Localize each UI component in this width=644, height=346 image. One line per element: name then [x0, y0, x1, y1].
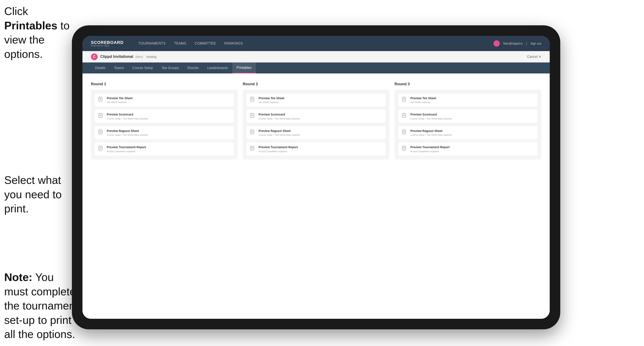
tee-sheet-content-r1: Preview Tee Sheet Tee Sheet required	[107, 96, 231, 104]
scorecard-content-r2: Preview Scorecard Course setup + Tee She…	[258, 113, 382, 120]
raguzzi-title-r1: Preview Raguzzi Sheet	[107, 129, 231, 133]
tee-sheet-title-r3: Preview Tee Sheet	[410, 96, 534, 100]
scorecard-icon-r1	[98, 113, 104, 119]
tablet-screen: SCOREBOARD Powered by clippi TOURNAMENTS…	[82, 36, 550, 319]
tournament-icon-r3	[402, 146, 408, 152]
top-nav-right: blair@clippd.io | Sign out	[494, 40, 541, 47]
tee-sheet-icon-r3	[402, 97, 408, 103]
cancel-button[interactable]: Cancel ✕	[527, 55, 541, 59]
round-2-cards: Preview Tee Sheet Tee Sheet required	[243, 90, 390, 159]
raguzzi-icon-r1	[98, 129, 104, 135]
preview-scorecard-r3[interactable]: Preview Scorecard Course setup + Tee She…	[398, 109, 538, 123]
raguzzi-subtitle-r3: Course setup + Tee Sheet data required	[410, 133, 534, 136]
tournament-icon-r1	[98, 146, 104, 152]
annotation-middle: Select what you need to print.	[4, 173, 76, 216]
scorecard-title-r3: Preview Scorecard	[410, 113, 534, 116]
tab-tee-groups[interactable]: Tee Groups	[157, 62, 183, 73]
scorecard-icon-r3	[402, 113, 408, 119]
annotation-bottom: Note: You must complete the tournament s…	[4, 270, 80, 342]
raguzzi-title-r2: Preview Raguzzi Sheet	[258, 129, 382, 133]
round-2-column: Round 2	[243, 82, 390, 159]
preview-raguzzi-r2[interactable]: Preview Raguzzi Sheet Course setup + Tee…	[246, 126, 386, 140]
raguzzi-subtitle-r2: Course setup + Tee Sheet data required	[258, 133, 382, 136]
logo-title: SCOREBOARD	[91, 40, 124, 44]
tab-details[interactable]: Details	[91, 62, 110, 73]
raguzzi-title-r3: Preview Raguzzi Sheet	[410, 129, 534, 133]
raguzzi-icon-r2	[250, 129, 256, 135]
round-2-title: Round 2	[243, 82, 390, 86]
tab-teams[interactable]: Teams	[110, 62, 128, 73]
tee-sheet-content-r3: Preview Tee Sheet Tee Sheet required	[410, 96, 534, 104]
round-3-title: Round 3	[394, 82, 541, 86]
tab-leaderboards[interactable]: Leaderboards	[203, 62, 232, 73]
tournament-title-r3: Preview Tournament Report	[410, 145, 534, 149]
annotation-bottom-note: Note:	[4, 271, 32, 283]
raguzzi-subtitle-r1: Course setup + Tee Sheet data required	[107, 133, 231, 136]
nav-link-committee[interactable]: COMMITTEE	[190, 36, 220, 51]
nav-link-tournaments[interactable]: TOURNAMENTS	[134, 36, 170, 51]
preview-scorecard-r1[interactable]: Preview Scorecard Course setup + Tee She…	[94, 109, 234, 123]
tournament-status: Hosting	[146, 55, 156, 58]
preview-tee-sheet-r3[interactable]: Preview Tee Sheet Tee Sheet required	[398, 93, 538, 107]
tee-sheet-subtitle-r1: Tee Sheet required	[107, 101, 231, 104]
tee-sheet-title-r2: Preview Tee Sheet	[258, 96, 382, 100]
main-content: Round 1	[82, 73, 550, 319]
rounds-grid: Round 1	[91, 82, 541, 159]
tournament-content-r3: Preview Tournament Report Round Completi…	[410, 145, 534, 153]
scorecard-content-r3: Preview Scorecard Course setup + Tee She…	[410, 113, 534, 120]
tab-results[interactable]: Results	[183, 62, 203, 73]
tournament-content-r1: Preview Tournament Report Round Completi…	[107, 145, 231, 153]
tournament-icon-r2	[250, 146, 256, 152]
tournament-type: (Men)	[135, 55, 143, 58]
round-1-cards: Preview Tee Sheet Tee Sheet required	[91, 90, 238, 159]
preview-raguzzi-r3[interactable]: Preview Raguzzi Sheet Course setup + Tee…	[398, 126, 538, 140]
tournament-bar: C Clippd Invitational (Men) Hosting Canc…	[82, 51, 550, 62]
logo-sub: Powered by clippi	[91, 44, 124, 47]
preview-tee-sheet-r2[interactable]: Preview Tee Sheet Tee Sheet required	[246, 93, 386, 107]
tournament-title-r1: Preview Tournament Report	[107, 145, 231, 149]
top-nav-links: TOURNAMENTS TEAMS COMMITTEE RANKINGS	[134, 36, 494, 51]
round-3-column: Round 3	[394, 82, 541, 159]
tab-course-setup[interactable]: Course Setup	[128, 62, 157, 73]
scorecard-subtitle-r2: Course setup + Tee Sheet data required	[258, 117, 382, 120]
scorecard-title-r1: Preview Scorecard	[107, 113, 231, 116]
raguzzi-content-r1: Preview Raguzzi Sheet Course setup + Tee…	[107, 129, 231, 136]
tee-sheet-subtitle-r2: Tee Sheet required	[258, 101, 382, 104]
raguzzi-icon-r3	[402, 129, 408, 135]
preview-raguzzi-r1[interactable]: Preview Raguzzi Sheet Course setup + Tee…	[94, 126, 234, 140]
tee-sheet-icon-r1	[98, 97, 104, 103]
raguzzi-content-r2: Preview Raguzzi Sheet Course setup + Tee…	[258, 129, 382, 136]
preview-tee-sheet-r1[interactable]: Preview Tee Sheet Tee Sheet required	[94, 93, 234, 107]
tournament-name: Clippd Invitational	[100, 54, 133, 59]
scorecard-subtitle-r1: Course setup + Tee Sheet data required	[107, 117, 231, 120]
scoreboard-logo: SCOREBOARD Powered by clippi	[91, 40, 124, 47]
preview-tournament-r3[interactable]: Preview Tournament Report Round Completi…	[398, 142, 538, 156]
sub-nav: Details Teams Course Setup Tee Groups Re…	[82, 62, 550, 73]
round-1-title: Round 1	[91, 82, 238, 86]
raguzzi-content-r3: Preview Raguzzi Sheet Course setup + Tee…	[410, 129, 534, 136]
tee-sheet-icon-r2	[250, 97, 256, 103]
round-1-column: Round 1	[91, 82, 238, 159]
nav-link-teams[interactable]: TEAMS	[170, 36, 190, 51]
tournament-subtitle-r3: Round Completion required	[410, 150, 534, 153]
tournament-subtitle-r1: Round Completion required	[107, 150, 231, 153]
preview-scorecard-r2[interactable]: Preview Scorecard Course setup + Tee She…	[246, 109, 386, 123]
top-nav: SCOREBOARD Powered by clippi TOURNAMENTS…	[82, 36, 550, 51]
tournament-logo: C	[91, 53, 98, 60]
scorecard-icon-r2	[250, 113, 256, 119]
tee-sheet-title-r1: Preview Tee Sheet	[107, 96, 231, 100]
scorecard-subtitle-r3: Course setup + Tee Sheet data required	[410, 117, 534, 120]
preview-tournament-r2[interactable]: Preview Tournament Report Round Completi…	[246, 142, 386, 156]
tournament-title-r2: Preview Tournament Report	[258, 145, 382, 149]
tablet-frame: SCOREBOARD Powered by clippi TOURNAMENTS…	[72, 25, 560, 329]
preview-tournament-r1[interactable]: Preview Tournament Report Round Completi…	[94, 142, 234, 156]
sign-out-link[interactable]: Sign out	[530, 42, 541, 45]
annotation-top: Click Printables to view the options.	[4, 4, 72, 61]
tab-printables[interactable]: Printables	[232, 62, 256, 73]
nav-link-rankings[interactable]: RANKINGS	[220, 36, 247, 51]
tournament-subtitle-r2: Round Completion required	[258, 150, 382, 153]
tee-sheet-content-r2: Preview Tee Sheet Tee Sheet required	[258, 96, 382, 104]
annotation-top-bold: Printables	[4, 19, 57, 32]
user-avatar	[494, 40, 500, 47]
tee-sheet-subtitle-r3: Tee Sheet required	[410, 101, 534, 104]
